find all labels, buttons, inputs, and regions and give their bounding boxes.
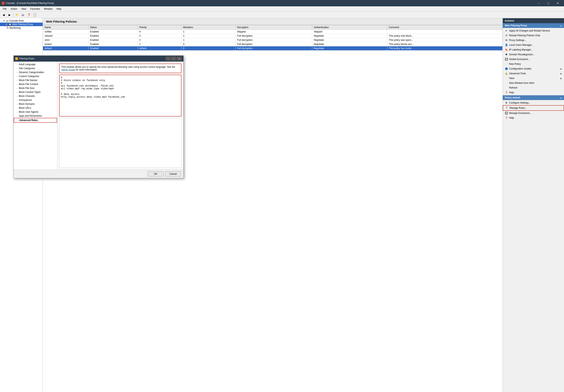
tree-item-console-root[interactable]: ▼ 🗂 Console Root <box>0 19 43 23</box>
dialog-nav-item[interactable]: —Block URLs <box>14 106 57 110</box>
nav-item-label: Block File Names <box>19 79 37 81</box>
action-item[interactable]: Refresh <box>503 85 564 90</box>
action-item[interactable]: 🔒Advanced Tools▶ <box>503 71 564 76</box>
table-row[interactable]: defaultEnableddefault0Full decryptionNeg… <box>43 46 503 51</box>
ok-button[interactable]: OK <box>148 171 164 176</box>
table-row[interactable]: nofilterEnabled41SkippedSkipped <box>43 30 503 34</box>
note-area[interactable] <box>59 118 181 168</box>
nav-bullet-icon: — <box>16 64 18 65</box>
action-icon: 📄 <box>505 62 508 66</box>
table-row[interactable]: relaxedEnabled32Full decryptionNegotiate… <box>43 34 503 38</box>
dialog-nav-item[interactable]: —Annoyances <box>14 98 57 102</box>
action-item[interactable]: New Window from Here <box>503 81 564 85</box>
dialog-body: —Adult Language—Site Categories—Dynamic … <box>14 62 183 170</box>
action-item[interactable]: 🔲Manage Exclusions... <box>503 111 564 115</box>
action-item[interactable]: ⚙Configure Settings... <box>503 100 564 105</box>
action-item[interactable]: 🔲Global Exclusions... <box>503 57 564 62</box>
nav-item-label: Block User Agents <box>19 110 38 113</box>
action-icon <box>505 86 508 89</box>
cell-status: Enabled <box>88 34 138 38</box>
cell-status: Enabled <box>88 30 138 34</box>
dialog-title: Filtering Rules <box>19 57 166 60</box>
menu-action[interactable]: Action <box>9 7 19 11</box>
cell-decryption: Full decryption <box>236 46 312 51</box>
nav-item-label: Apps and Restrictions <box>19 114 42 117</box>
tree-item-monitoring[interactable]: ⏱ Monitoring <box>0 26 43 30</box>
dialog-close[interactable]: ✕ <box>177 56 182 61</box>
section-expand-icon[interactable]: ▲ <box>560 25 562 27</box>
nav-item-label: Dynamic Categorization <box>19 71 44 74</box>
dialog-nav-item[interactable]: —Site Categories <box>14 66 57 70</box>
nav-bullet-icon: — <box>16 83 18 85</box>
dialog-nav-item[interactable]: —Dynamic Categorization <box>14 70 57 74</box>
action-item[interactable]: ❓Help <box>503 115 564 120</box>
maximize-button[interactable]: □ <box>544 0 553 6</box>
menu-bar: File Action View Favorites Window Help <box>0 6 564 12</box>
action-label: Global Exclusions... <box>509 58 530 61</box>
dialog-nav-item[interactable]: —Block User Agents <box>14 110 57 114</box>
dialog-maximize[interactable]: □ <box>171 56 176 61</box>
dialog-nav-item[interactable]: —Apps and Restrictions <box>14 114 57 118</box>
close-button[interactable]: ✕ <box>553 0 563 6</box>
dialog-nav-item[interactable]: —Advanced Rules <box>14 118 57 123</box>
up-button[interactable]: 📁 <box>14 12 20 17</box>
dialog-nav-item[interactable]: —Block File Content <box>14 82 57 86</box>
manage-rules-action[interactable]: TManage Rules... <box>503 105 564 111</box>
dialog-nav-item[interactable]: —Block File Size <box>14 86 57 90</box>
forward-button[interactable]: ▶ <box>7 12 12 17</box>
nav-item-label: Block Content Types <box>19 91 41 94</box>
code-editor[interactable] <box>59 75 181 117</box>
nav-item-label: Site Categories <box>19 67 35 70</box>
action-item[interactable]: ✔Apply All Changes and Restart Service <box>503 28 564 33</box>
dialog-nav-item[interactable]: —Adult Language <box>14 62 57 66</box>
web-filtering-icon: 🔲 <box>9 23 12 26</box>
action-icon: 🔵 <box>505 67 508 70</box>
dialog-nav-item[interactable]: —Block File Names <box>14 78 57 82</box>
action-item[interactable]: 🔖IP Labeling Manager... <box>503 47 564 52</box>
cell-priority: 3 <box>138 34 181 38</box>
action-item[interactable]: 🔵Configuration Guides▶ <box>503 66 564 71</box>
table-row[interactable]: strictEnabled21Full decryptionNegotiateT… <box>43 38 503 42</box>
minimize-button[interactable]: – <box>534 0 543 6</box>
dialog-nav-item[interactable]: —Block Charsets <box>14 94 57 98</box>
action-item[interactable]: 📄New Policy <box>503 62 564 66</box>
menu-file[interactable]: File <box>1 7 9 11</box>
action-label: New Policy <box>509 63 521 65</box>
tree-item-web-filtering[interactable]: ▼ 🔲 Web Filtering Proxy <box>0 23 43 26</box>
menu-favorites[interactable]: Favorites <box>28 7 42 11</box>
help-button[interactable]: ❓ <box>26 12 31 17</box>
table-row[interactable]: lockedEnabled10Full decryptionNegotiateT… <box>43 42 503 46</box>
submenu-arrow-icon: ▶ <box>560 72 562 75</box>
action-item[interactable]: ↺Reload Filtering Policies Only <box>503 33 564 38</box>
cell-status: Enabled <box>88 42 138 46</box>
cell-authentication: Negotiate <box>312 34 387 38</box>
options-button[interactable]: 📋 <box>32 12 38 17</box>
show-hide-button[interactable]: 🗂 <box>20 12 26 17</box>
action-label: Configure Settings... <box>509 101 531 104</box>
console-root-label: Console Root <box>9 19 24 22</box>
action-item[interactable]: ✱Domain Recategorizer... <box>503 52 564 57</box>
dialog-nav-item[interactable]: —Custom Categories <box>14 74 57 78</box>
section-expand-icon2[interactable]: ▲ <box>560 97 562 99</box>
cell-decryption: Full decryption <box>236 34 312 38</box>
web-filtering-label: Web Filtering Proxy <box>12 23 33 26</box>
cell-members: 1 <box>181 30 236 34</box>
action-item[interactable]: ⚙Proxy Settings... <box>503 38 564 42</box>
action-item[interactable]: View▶ <box>503 76 564 81</box>
cell-authentication: Negotiate <box>312 38 387 42</box>
menu-help[interactable]: Help <box>55 7 63 11</box>
nav-item-label: Block Domains <box>19 103 35 105</box>
nav-bullet-icon: — <box>16 99 18 101</box>
action-item[interactable]: ❓Help <box>503 90 564 95</box>
dialog-nav-item[interactable]: —Block Content Types <box>14 90 57 94</box>
dialog-minimize[interactable]: – <box>166 56 171 61</box>
back-button[interactable]: ◀ <box>1 12 6 17</box>
dialog-nav-item[interactable]: —Block Domains <box>14 102 57 106</box>
action-item[interactable]: 👤Local Users Manager... <box>503 42 564 47</box>
cancel-button[interactable]: Cancel <box>165 171 181 176</box>
menu-view[interactable]: View <box>19 7 28 11</box>
menu-window[interactable]: Window <box>42 7 55 11</box>
action-icon: ❓ <box>505 116 508 120</box>
expand-arrow-wf: ▼ <box>6 23 7 25</box>
admin-guide-link[interactable]: Admin Guide <box>61 68 75 71</box>
